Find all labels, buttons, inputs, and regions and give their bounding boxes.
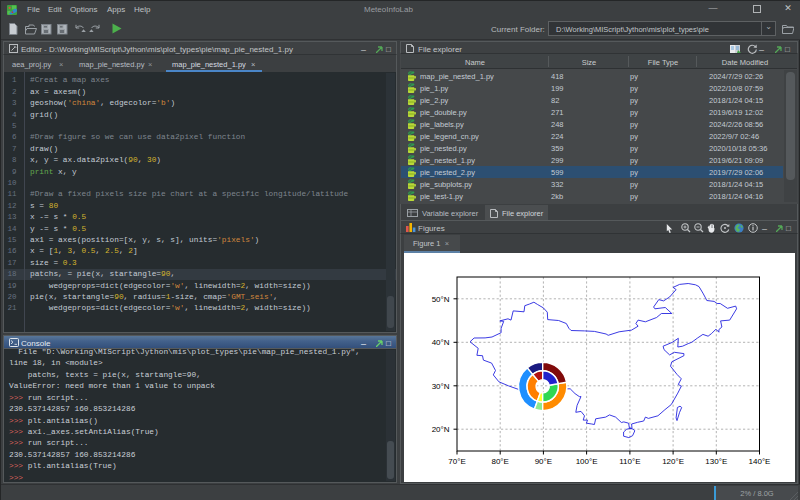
svg-text:100°E: 100°E xyxy=(576,457,598,466)
svg-text:20°N: 20°N xyxy=(432,425,450,434)
svg-text:70°E: 70°E xyxy=(448,457,465,466)
svg-text:40°N: 40°N xyxy=(432,338,450,347)
svg-text:30°N: 30°N xyxy=(432,382,450,391)
svg-text:140°E: 140°E xyxy=(749,457,771,466)
svg-text:80°E: 80°E xyxy=(491,457,508,466)
svg-text:90°E: 90°E xyxy=(535,457,552,466)
svg-text:50°N: 50°N xyxy=(432,295,450,304)
svg-text:130°E: 130°E xyxy=(705,457,727,466)
svg-text:120°E: 120°E xyxy=(662,457,684,466)
svg-text:110°E: 110°E xyxy=(619,457,640,466)
